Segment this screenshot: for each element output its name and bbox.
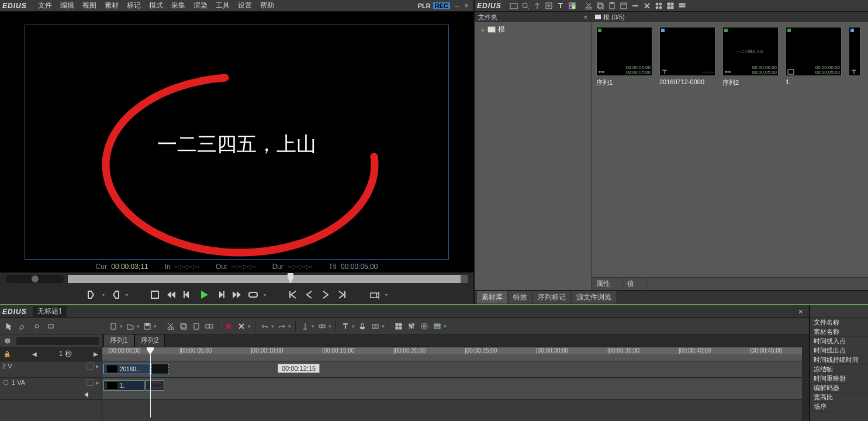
info-item[interactable]: 时间线出点 (810, 346, 868, 356)
tool-link-icon[interactable] (32, 321, 42, 332)
prev-frame-button[interactable] (182, 289, 193, 301)
menu-view[interactable]: 视图 (78, 1, 101, 11)
loop-button[interactable] (247, 289, 259, 301)
folder-tree[interactable]: ▸ 根 (475, 22, 591, 290)
info-item[interactable]: 时间线持续时间 (810, 356, 868, 365)
paste-icon[interactable] (607, 1, 617, 11)
bin-clip[interactable] (849, 27, 860, 76)
menu-marker[interactable]: 标记 (123, 1, 145, 11)
info-item[interactable]: 宽高比 (810, 393, 868, 402)
menu-mode[interactable]: 模式 (145, 1, 167, 11)
prev-edit-button[interactable] (303, 289, 315, 301)
title-icon[interactable] (555, 1, 566, 11)
timecode-dur[interactable]: --:--:--:-- (288, 263, 312, 271)
scrollbar-vertical[interactable] (802, 334, 809, 421)
goto-out-button[interactable] (336, 289, 348, 301)
play-button[interactable] (198, 289, 210, 301)
detail-icon[interactable] (677, 1, 687, 11)
open-icon[interactable] (125, 321, 136, 332)
bin-clip[interactable]: 一二三四五,上山00:00:00:0000:00:05:00序列2 (722, 27, 779, 87)
bin-clip[interactable]: 00:00:00:0000:00:05:00序列1 (596, 27, 652, 87)
menu-help[interactable]: 帮助 (256, 1, 278, 11)
fastfwd-button[interactable] (231, 289, 243, 301)
next-edit-button[interactable] (320, 289, 331, 301)
undo-icon[interactable] (260, 321, 270, 332)
timecode-cur[interactable]: 00:00:03;11 (111, 263, 148, 271)
menu-capture[interactable]: 采集 (167, 1, 189, 11)
track-header-v2[interactable]: 2 V ▸ (0, 361, 102, 378)
up-icon[interactable] (532, 1, 542, 11)
set-in-icon[interactable] (86, 289, 98, 301)
search-icon[interactable] (520, 1, 531, 11)
zoom-prev[interactable]: ◀ (32, 351, 37, 357)
new-icon[interactable] (108, 321, 119, 332)
info-item[interactable]: 冻结帧 (810, 365, 868, 374)
seq-tab-2[interactable]: 序列2 (134, 334, 165, 347)
set-out-icon[interactable] (109, 289, 121, 301)
clip-20160[interactable]: 20160... (103, 364, 150, 374)
props-icon[interactable] (618, 1, 629, 11)
bin-clip[interactable]: 00:00:00:0000:00:05:001. (786, 27, 842, 85)
tool-edit-icon[interactable] (18, 321, 28, 332)
export-button[interactable] (369, 289, 381, 301)
stop-button[interactable] (149, 289, 161, 301)
info-item[interactable]: 文件名称 (810, 318, 868, 327)
tab-effects[interactable]: 特效 (509, 291, 532, 303)
scope-icon[interactable] (419, 321, 430, 332)
clip-empty[interactable] (151, 364, 169, 374)
info-item[interactable]: 场序 (810, 402, 868, 412)
save-icon[interactable] (142, 321, 153, 332)
clip-ellipse[interactable] (146, 380, 164, 391)
voiceover-icon[interactable] (357, 321, 368, 332)
timecode-ttl[interactable]: 00:00:05;00 (341, 263, 378, 271)
tl-close-icon[interactable]: × (795, 307, 807, 316)
minimize-button[interactable]: – (452, 2, 462, 10)
track-expand-icon[interactable]: ▸ (96, 363, 99, 370)
bin-clip[interactable]: --:--:--20160712-0000 (659, 27, 715, 85)
menu-clip[interactable]: 素材 (101, 1, 123, 11)
menu-render[interactable]: 渲染 (189, 1, 212, 11)
track-content[interactable]: 序列1 序列2 |00:00:00;00|00:00:05;00|00:00:1… (102, 334, 809, 421)
menu-tool[interactable]: 工具 (212, 1, 234, 11)
vol-toggle-icon[interactable] (2, 336, 13, 346)
shuttle-control[interactable] (6, 275, 64, 283)
zoom-next[interactable]: ▶ (94, 351, 98, 357)
position-marker[interactable] (288, 273, 293, 285)
settings-toggle-icon[interactable] (653, 1, 664, 11)
razor-icon[interactable] (300, 321, 310, 332)
speaker-icon[interactable] (84, 391, 91, 398)
mixer-icon[interactable] (406, 321, 417, 332)
position-bar[interactable] (68, 275, 468, 283)
tl-delete-icon[interactable] (236, 321, 247, 332)
menu-file[interactable]: 文件 (34, 1, 56, 11)
info-item[interactable]: 编解码器 (810, 384, 868, 393)
clips-grid[interactable]: 00:00:00:0000:00:05:00序列1 --:--:--201607… (592, 22, 868, 277)
tl-copy-icon[interactable] (178, 321, 189, 332)
stack-icon[interactable] (432, 321, 442, 332)
delete-icon[interactable] (642, 1, 652, 11)
tl-title-icon[interactable] (340, 321, 351, 332)
tl-replace-icon[interactable] (204, 321, 215, 332)
color-icon[interactable] (567, 1, 577, 11)
capture-icon[interactable] (370, 321, 381, 332)
add-clip-icon[interactable] (544, 1, 554, 11)
tab-srcbrowser[interactable]: 源文件浏览 (572, 291, 616, 303)
link-icon[interactable] (2, 379, 9, 386)
timecode-out[interactable]: --:--:--:-- (231, 263, 256, 271)
zoom-value[interactable]: 1 秒 (59, 349, 72, 359)
cut-icon[interactable] (583, 1, 594, 11)
tl-cut-icon[interactable] (165, 321, 176, 332)
lock-icon[interactable]: 🔒 (4, 351, 11, 357)
next-frame-button[interactable] (215, 289, 226, 301)
rewind-button[interactable] (165, 289, 177, 301)
track-patch-icon[interactable] (87, 363, 94, 370)
preview-viewport[interactable]: 一二三四五，上山 (25, 25, 449, 260)
track-lane-va1[interactable]: 1. (102, 378, 809, 400)
track-header-va1[interactable]: 1 VA ▸ (0, 378, 102, 400)
folder-icon[interactable] (509, 1, 519, 11)
track-lane-v2[interactable]: 20160... 00:00:12;15 (102, 361, 809, 378)
track-expand-icon[interactable]: ▸ (96, 379, 99, 387)
clip-1[interactable]: 1. (103, 380, 144, 391)
close-button[interactable]: × (462, 2, 471, 10)
tl-paste-icon[interactable] (191, 321, 202, 332)
